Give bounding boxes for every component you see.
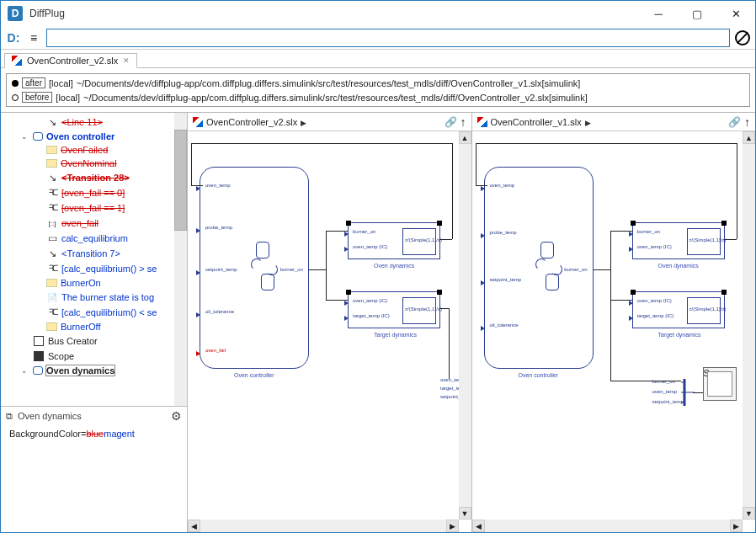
main-toolbar: D: ≡ <box>1 26 755 50</box>
block-oven-controller[interactable]: oven_temp probe_temp setpoint_temp oil_t… <box>484 167 594 369</box>
block-oven-dynamics[interactable]: burner_on oven_temp (IC) z/(Simple(1,1)/… <box>632 222 725 259</box>
bus-icon <box>33 335 45 347</box>
diagram-pane-left: OvenController_v2.slx oven_temp probe_te… <box>188 113 471 532</box>
diagram-title-left: OvenController_v2.slx <box>206 117 297 127</box>
tree-item-label: Oven controller <box>46 131 114 141</box>
up-arrow-icon[interactable] <box>744 115 750 129</box>
before-scope: [local] <box>56 93 80 103</box>
menu-icon[interactable]: ≡ <box>26 30 41 45</box>
cond-icon <box>46 306 58 318</box>
after-scope: [local] <box>49 78 73 88</box>
diff-tree[interactable]: <Line 11>⌄Oven controllerOvenFailedOvenN… <box>1 113 187 406</box>
tree-item[interactable]: <Transition 7> <box>1 246 187 261</box>
link-icon[interactable] <box>445 116 457 128</box>
tree-item[interactable]: <Transition 28> <box>1 170 187 185</box>
block-icon <box>46 232 58 244</box>
tree-item-label: The burner state is tog <box>61 292 154 302</box>
tab-close-icon[interactable]: ✕ <box>123 56 130 65</box>
block-oven-dynamics[interactable]: burner_on oven_temp (IC) z/(Simple(1,1)/… <box>348 222 440 259</box>
play-icon[interactable] <box>585 117 591 127</box>
trans-icon <box>46 116 58 128</box>
hscrollbar-left[interactable]: ◀▶ <box>188 520 459 532</box>
tree-item[interactable]: oven_fail <box>1 216 187 231</box>
prop-old-value: blue <box>86 429 104 439</box>
tree-item-label: [oven_fail == 0] <box>61 188 125 198</box>
up-arrow-icon[interactable] <box>461 115 466 129</box>
block-oven-controller[interactable]: oven_temp probe_temp setpoint_temp oil_t… <box>200 167 309 369</box>
tree-item[interactable]: Bus Creator <box>1 333 187 349</box>
expander-icon[interactable]: ⌄ <box>21 132 29 141</box>
cond-icon <box>46 202 58 214</box>
maximize-button[interactable]: ▢ <box>678 1 716 26</box>
tree-item[interactable]: [calc_equilibrium() > se <box>1 261 187 276</box>
diagram-header-left: OvenController_v2.slx <box>188 113 471 131</box>
tree-item[interactable]: [oven_fail == 0] <box>1 185 187 200</box>
canvas-right[interactable]: oven_temp probe_temp setpoint_temp oil_t… <box>472 131 756 532</box>
tree-item-label: [oven_fail == 1] <box>61 203 125 213</box>
diagram-pane-right: OvenController_v1.slx oven_temp probe_te… <box>471 113 756 532</box>
vscrollbar-right[interactable]: ▲▼ <box>743 131 755 520</box>
play-icon[interactable] <box>301 117 306 127</box>
editor-tabbar: OvenController_v2.slx ✕ <box>1 50 755 68</box>
link-icon[interactable] <box>728 116 741 128</box>
simulink-icon <box>12 56 22 66</box>
tree-item[interactable]: <Line 11> <box>1 115 187 130</box>
canvas-left[interactable]: oven_temp probe_temp setpoint_temp oil_t… <box>188 131 471 532</box>
hscrollbar-right[interactable]: ◀▶ <box>472 520 743 532</box>
tree-item-label: Bus Creator <box>48 336 98 346</box>
content-area: <Line 11>⌄Oven controllerOvenFailedOvenN… <box>1 112 755 532</box>
tree-item[interactable]: OvenFailed <box>1 143 187 157</box>
stop-icon[interactable] <box>735 30 750 45</box>
block-scope[interactable]: Scope <box>703 367 737 401</box>
data-icon <box>46 217 58 229</box>
tree-item[interactable]: [oven_fail == 1] <box>1 200 187 216</box>
expander-icon[interactable]: ⌄ <box>21 366 29 375</box>
diagram-header-right: OvenController_v1.slx <box>472 113 756 131</box>
tab-ovencontroller-v2[interactable]: OvenController_v2.slx ✕ <box>4 53 137 68</box>
tree-item[interactable]: [calc_equilibrium() < se <box>1 305 187 320</box>
tree-item[interactable]: ⌄Oven dynamics <box>1 364 187 377</box>
properties-panel: ⧉ Oven dynamics ⚙ BackgroundColor=bluema… <box>1 406 187 532</box>
tree-item-label: <Transition 7> <box>61 248 120 259</box>
properties-title: Oven dynamics <box>18 411 82 421</box>
tab-label: OvenController_v2.slx <box>27 56 118 66</box>
tree-item-label: oven_fail <box>61 218 98 228</box>
tree-item-label: <Transition 28> <box>61 173 130 183</box>
close-button[interactable]: ✕ <box>716 1 755 26</box>
minimize-button[interactable]: ─ <box>639 1 678 26</box>
node-filled-icon <box>12 80 19 87</box>
tree-item[interactable]: calc_equilibrium <box>1 231 187 246</box>
titlebar: D DiffPlug ─ ▢ ✕ <box>1 1 755 26</box>
tree-item[interactable]: BurnerOn <box>1 276 187 290</box>
vscrollbar-left[interactable]: ▲▼ <box>459 131 471 520</box>
tree-scrollbar[interactable] <box>174 113 187 406</box>
tree-item[interactable]: OvenNominal <box>1 157 187 170</box>
tree-item-label: <Line 11> <box>61 117 103 127</box>
tree-item-label: calc_equilibrium <box>61 233 128 243</box>
app-icon[interactable]: D: <box>6 30 21 45</box>
trans-icon <box>46 248 58 259</box>
tree-item-label: BurnerOff <box>61 322 101 332</box>
tree-item-label: OvenFailed <box>61 145 108 155</box>
tree-item[interactable]: BurnerOff <box>1 320 187 333</box>
before-path: ~/Documents/dev/diffplug-app/com.diffplu… <box>83 93 588 103</box>
block-target-dynamics[interactable]: oven_temp (IC) target_temp (IC) z/(Simpl… <box>348 291 440 328</box>
tree-item[interactable]: ⌄Oven controller <box>1 130 187 143</box>
folder-icon <box>46 146 57 154</box>
simulink-icon <box>477 117 487 127</box>
cond-icon <box>46 187 58 199</box>
note-icon <box>46 291 58 303</box>
tree-item[interactable]: Scope <box>1 349 187 364</box>
compare-header: after [local] ~/Documents/dev/diffplug-a… <box>6 73 750 107</box>
sub-icon <box>33 366 43 375</box>
command-input[interactable] <box>46 29 730 47</box>
diagram-title-right: OvenController_v1.slx <box>491 117 582 127</box>
gear-icon[interactable]: ⚙ <box>171 409 182 423</box>
block-target-dynamics[interactable]: oven_temp (IC) target_temp (IC) z/(Simpl… <box>632 291 725 328</box>
tree-item[interactable]: The burner state is tog <box>1 290 187 305</box>
tree-scroll-thumb[interactable] <box>174 130 187 231</box>
sidebar: <Line 11>⌄Oven controllerOvenFailedOvenN… <box>1 113 188 532</box>
app-logo: D <box>8 6 23 21</box>
tree-item-label: Scope <box>48 351 74 361</box>
scope-icon <box>33 350 45 362</box>
